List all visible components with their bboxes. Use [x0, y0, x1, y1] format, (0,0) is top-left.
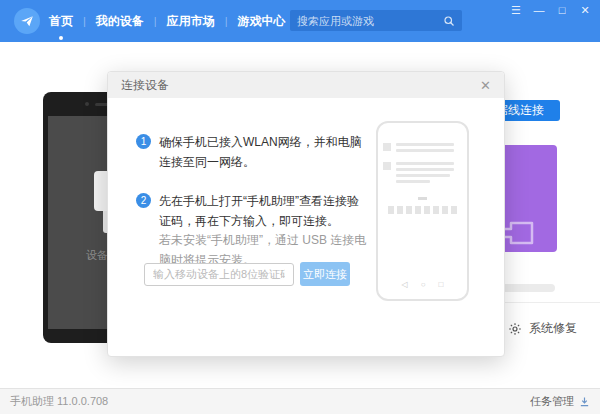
step-2-badge: 2 [136, 193, 151, 208]
code-boxes-illustration [383, 206, 462, 214]
placeholder-list-item [383, 143, 462, 152]
dialog-header: 连接设备 ✕ [108, 72, 504, 98]
phone-illustration: ◁ ○ □ [376, 121, 469, 301]
dialog-title: 连接设备 [121, 77, 169, 94]
app-version-text: 手机助理 11.0.0.708 [10, 394, 108, 409]
menu-icon[interactable]: ☰ [509, 3, 523, 17]
back-icon: ◁ [402, 280, 408, 289]
system-repair-button[interactable]: 系统修复 [508, 320, 577, 337]
phone-camera-dot [85, 102, 89, 106]
paper-plane-icon [20, 14, 34, 28]
minimize-icon[interactable]: — [532, 3, 546, 17]
nav-separator: | [79, 15, 90, 27]
task-manager-button[interactable]: 任务管理 [530, 394, 590, 409]
placeholder-list-item [383, 162, 462, 183]
search-box[interactable] [290, 10, 462, 31]
connect-now-button[interactable]: 立即连接 [300, 262, 350, 286]
home-icon: ○ [421, 280, 426, 289]
maximize-icon[interactable]: □ [555, 3, 569, 17]
top-navigation-bar: 首页 | 我的设备 | 应用市场 | 游戏中心 | 更多服务 | ☰ — □ ✕ [0, 0, 600, 42]
nav-game-center[interactable]: 游戏中心 [232, 13, 292, 30]
camcorder-icon [500, 220, 534, 246]
system-repair-label: 系统修复 [529, 320, 577, 337]
task-manager-label: 任务管理 [530, 394, 574, 409]
nav-app-market[interactable]: 应用市场 [161, 13, 221, 30]
search-input[interactable] [297, 15, 443, 27]
gear-icon [508, 322, 522, 336]
step-2-text: 先在手机上打开“手机助理”查看连接验证码，再在下方输入，即可连接。 [159, 191, 368, 232]
connect-device-dialog: 连接设备 ✕ 1 确保手机已接入WLAN网络，并和电脑连接至同一网络。 2 先在… [107, 71, 505, 357]
close-icon[interactable]: ✕ [578, 3, 592, 17]
phone-nav-bar: ◁ ○ □ [383, 280, 462, 289]
recent-icon: □ [439, 280, 444, 289]
step-1-badge: 1 [136, 134, 151, 149]
status-bar: 手机助理 11.0.0.708 任务管理 [0, 388, 600, 414]
app-logo [14, 8, 40, 34]
nav-my-devices[interactable]: 我的设备 [90, 13, 150, 30]
active-indicator-dot [59, 36, 63, 40]
step-2: 2 先在手机上打开“手机助理”查看连接验证码，再在下方输入，即可连接。 [136, 191, 368, 232]
window-controls: ☰ — □ ✕ [509, 3, 592, 17]
nav-home[interactable]: 首页 [43, 13, 79, 30]
placeholder-dash [418, 197, 427, 200]
dialog-close-icon[interactable]: ✕ [480, 79, 491, 92]
phone-illustration-screen: ◁ ○ □ [383, 131, 462, 291]
download-icon [579, 396, 590, 407]
step-1: 1 确保手机已接入WLAN网络，并和电脑连接至同一网络。 [136, 132, 368, 173]
nav-separator: | [221, 15, 232, 27]
nav-separator: | [150, 15, 161, 27]
search-icon [443, 15, 455, 27]
verification-code-input[interactable] [144, 263, 294, 286]
verification-row: 立即连接 [144, 262, 350, 286]
step-1-text: 确保手机已接入WLAN网络，并和电脑连接至同一网络。 [159, 132, 368, 173]
